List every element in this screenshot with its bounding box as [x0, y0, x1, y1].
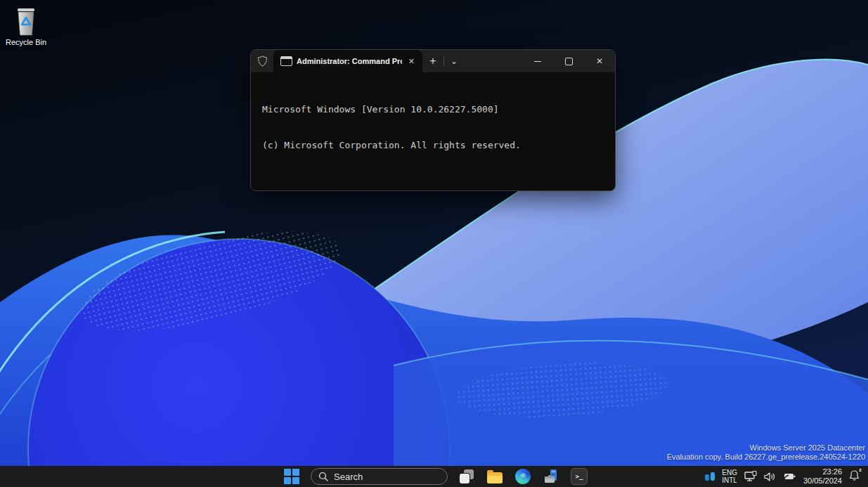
terminal-tab[interactable]: Administrator: Command Pro ✕: [273, 50, 422, 72]
language-indicator[interactable]: ENG INTL: [722, 469, 737, 484]
tab-close-icon[interactable]: ✕: [406, 56, 417, 67]
terminal-output[interactable]: Microsoft Windows [Version 10.0.26227.50…: [251, 72, 615, 191]
maximize-button[interactable]: [553, 50, 584, 72]
task-view-button[interactable]: [458, 467, 476, 486]
edge-button[interactable]: [514, 467, 532, 486]
search-icon: [318, 472, 328, 481]
server-manager-icon: [543, 468, 559, 485]
edge-icon: [515, 469, 531, 484]
tab-title: Administrator: Command Pro: [297, 57, 402, 65]
close-icon: ✕: [596, 56, 603, 66]
minimize-icon: [534, 61, 541, 62]
volume-icon[interactable]: [764, 472, 776, 482]
recycle-bin-label: Recycle Bin: [6, 38, 46, 46]
notification-center-button[interactable]: z: [849, 469, 860, 483]
terminal-line: Microsoft Windows [Version 10.0.26227.50…: [262, 103, 609, 115]
task-view-icon: [460, 469, 474, 483]
time-label: 23:26: [803, 467, 842, 476]
clock[interactable]: 23:26 30/05/2024: [803, 467, 842, 486]
tab-dropdown-button[interactable]: ⌄: [444, 50, 464, 72]
notification-bell-icon: [849, 469, 860, 481]
terminal-line: (c) Microsoft Corporation. All rights re…: [262, 139, 609, 151]
terminal-line: [262, 175, 609, 187]
recycle-bin-shortcut[interactable]: Recycle Bin: [6, 7, 46, 46]
recycle-bin-icon: [13, 7, 39, 37]
network-icon[interactable]: [744, 471, 757, 482]
server-manager-button[interactable]: [542, 467, 560, 486]
start-button[interactable]: [283, 467, 301, 486]
minimize-button[interactable]: [522, 50, 553, 72]
do-not-disturb-indicator: z: [859, 467, 862, 473]
watermark-build: Evaluation copy. Build 26227.ge_prerelea…: [667, 453, 865, 462]
taskbar: Search: [0, 466, 868, 487]
watermark-edition: Windows Server 2025 Datacenter: [667, 443, 865, 453]
terminal-icon: >_: [571, 468, 588, 485]
admin-shield-icon: [251, 50, 273, 72]
terminal-taskbar-button[interactable]: >_: [570, 467, 588, 486]
search-label: Search: [334, 472, 363, 482]
terminal-titlebar[interactable]: Administrator: Command Pro ✕ + ⌄ ✕: [251, 50, 615, 72]
new-tab-button[interactable]: +: [422, 50, 443, 72]
close-button[interactable]: ✕: [584, 50, 615, 72]
tray-power-icon[interactable]: [783, 472, 796, 481]
windows-logo-icon: [283, 468, 300, 485]
evaluation-watermark: Windows Server 2025 Datacenter Evaluatio…: [667, 443, 865, 462]
cmd-icon: [280, 56, 292, 66]
date-label: 30/05/2024: [803, 476, 842, 486]
search-box[interactable]: Search: [311, 468, 448, 485]
folder-icon: [487, 472, 503, 483]
maximize-icon: [565, 58, 573, 65]
terminal-window: Administrator: Command Pro ✕ + ⌄ ✕ Micro…: [250, 49, 616, 191]
language-code: ENG: [722, 469, 737, 476]
file-explorer-button[interactable]: [486, 467, 504, 486]
keyboard-layout: INTL: [722, 476, 737, 484]
desktop: Recycle Bin Administrator: Command Pro ✕…: [0, 0, 868, 487]
tray-app-icon[interactable]: [705, 472, 715, 481]
